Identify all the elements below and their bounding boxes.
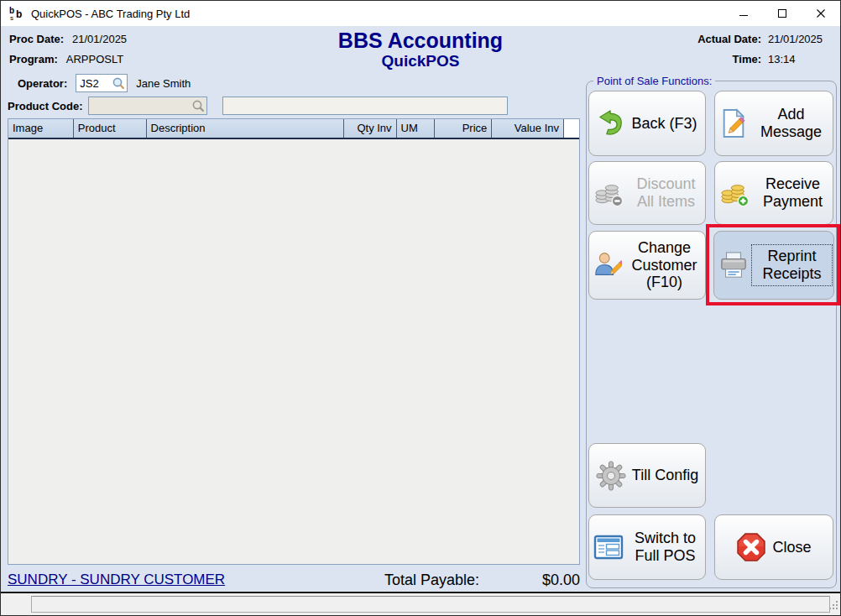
reprint-receipts-button[interactable]: Reprint Receipts bbox=[713, 231, 834, 300]
title-bar: b s b QuickPOS - ABC Trading Pty Ltd bbox=[1, 1, 840, 26]
column-header-description[interactable]: Description bbox=[147, 119, 344, 138]
svg-text:b: b bbox=[16, 8, 22, 20]
column-header-image[interactable]: Image bbox=[8, 119, 74, 138]
column-header-price[interactable]: Price bbox=[435, 119, 492, 138]
column-header-value-inv[interactable]: Value Inv bbox=[492, 119, 564, 138]
pos-window-icon bbox=[593, 533, 624, 561]
brand-title: BBS Accounting bbox=[269, 29, 572, 53]
actual-date-value: 21/01/2025 bbox=[768, 33, 833, 45]
add-message-icon bbox=[719, 108, 748, 138]
app-brand: BBS Accounting QuickPOS bbox=[269, 29, 572, 70]
brand-subtitle: QuickPOS bbox=[269, 53, 572, 70]
minimize-icon bbox=[739, 8, 749, 18]
change-customer-button[interactable]: Change Customer (F10) bbox=[588, 231, 706, 300]
minimize-button[interactable] bbox=[724, 1, 763, 26]
column-header-filler bbox=[564, 119, 579, 138]
close-window-button[interactable] bbox=[802, 1, 840, 26]
column-header-qty-inv[interactable]: Qty Inv bbox=[344, 119, 397, 138]
maximize-icon bbox=[777, 8, 787, 18]
operator-lookup-icon[interactable] bbox=[112, 76, 125, 90]
total-payable-label: Total Payable: bbox=[384, 572, 479, 589]
total-payable-value: $0.00 bbox=[479, 572, 580, 589]
items-table-body[interactable] bbox=[8, 139, 579, 564]
resize-grip[interactable] bbox=[828, 598, 838, 613]
sale-footer: SUNDRY - SUNDRY CUSTOMER Total Payable: … bbox=[8, 569, 580, 591]
time-value: 13:14 bbox=[768, 53, 833, 65]
quickpos-window: b s b QuickPOS - ABC Trading Pty Ltd Pro… bbox=[0, 0, 841, 616]
receive-payment-button[interactable]: Receive Payment bbox=[714, 161, 833, 225]
pos-functions-group-label: Point of Sale Functions: bbox=[593, 75, 715, 87]
status-bar bbox=[1, 592, 840, 615]
operator-name: Jane Smith bbox=[136, 77, 191, 90]
proc-date-value: 21/01/2025 bbox=[72, 33, 127, 45]
back-arrow-icon bbox=[597, 110, 625, 137]
close-icon bbox=[816, 8, 826, 18]
close-button[interactable]: Close bbox=[714, 514, 833, 580]
column-header-product[interactable]: Product bbox=[74, 119, 147, 138]
discount-all-items-button: Discount All Items bbox=[588, 161, 706, 225]
product-code-label: Product Code: bbox=[8, 100, 83, 112]
add-message-button[interactable]: Add Message bbox=[714, 91, 833, 156]
column-header-um[interactable]: UM bbox=[397, 119, 436, 138]
till-config-button[interactable]: Till Config bbox=[588, 443, 706, 508]
product-description-input[interactable] bbox=[222, 97, 508, 115]
main-content: Proc Date: 21/01/2025 Program: ARPPOSLT … bbox=[1, 26, 841, 593]
status-message-panel bbox=[31, 596, 830, 613]
back-button[interactable]: Back (F3) bbox=[588, 91, 706, 156]
printer-icon bbox=[718, 251, 749, 279]
gear-icon bbox=[596, 461, 626, 491]
operator-input[interactable] bbox=[80, 77, 112, 90]
customer-link[interactable]: SUNDRY - SUNDRY CUSTOMER bbox=[8, 572, 384, 588]
close-octagon-icon bbox=[736, 532, 766, 562]
switch-full-pos-button[interactable]: Switch to Full POS bbox=[588, 514, 706, 580]
operator-input-box bbox=[76, 74, 128, 92]
operator-label: Operator: bbox=[18, 77, 67, 90]
program-label: Program: bbox=[9, 53, 58, 65]
product-code-input-box bbox=[88, 97, 207, 115]
time-label: Time: bbox=[733, 53, 761, 65]
date-time-info: Actual Date: 21/01/2025 Time: 13:14 bbox=[697, 33, 833, 73]
product-lookup-icon[interactable] bbox=[191, 99, 205, 112]
program-value: ARPPOSLT bbox=[66, 53, 123, 65]
bsb-logo-icon: b s b bbox=[9, 6, 24, 21]
product-code-input[interactable] bbox=[92, 100, 191, 112]
receive-payment-coins-icon bbox=[719, 179, 751, 207]
discount-coins-icon bbox=[593, 179, 625, 207]
window-title: QuickPOS - ABC Trading Pty Ltd bbox=[31, 8, 190, 20]
change-customer-icon bbox=[593, 250, 622, 280]
items-table-header: Image Product Description Qty Inv UM Pri… bbox=[8, 119, 579, 139]
actual-date-label: Actual Date: bbox=[697, 33, 761, 45]
svg-text:s: s bbox=[10, 14, 13, 21]
proc-date-label: Proc Date: bbox=[9, 33, 64, 45]
items-table: Image Product Description Qty Inv UM Pri… bbox=[8, 118, 580, 565]
maximize-button[interactable] bbox=[763, 1, 802, 26]
